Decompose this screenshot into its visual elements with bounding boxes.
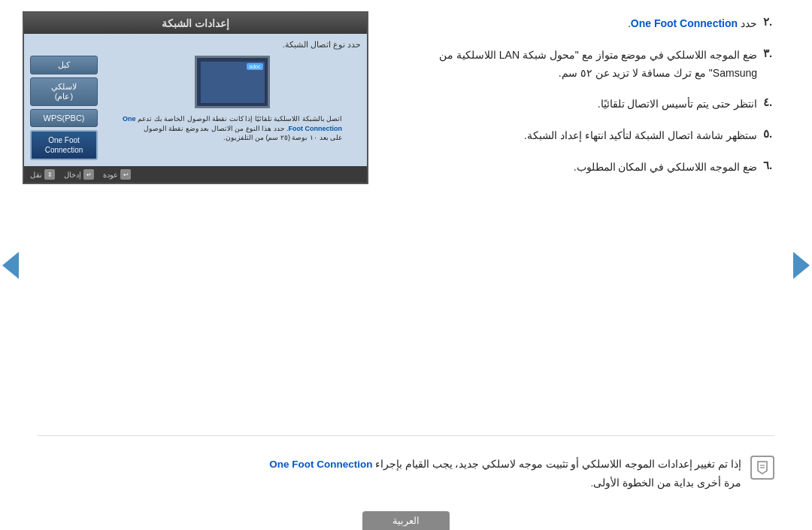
step-3-number: .٣: [763, 47, 782, 60]
tv-footer: ↩ عودة ↵ إدخال ⇕ نقل: [24, 166, 367, 183]
tv-screen-inner: adoc: [201, 62, 265, 103]
tv-btn-one-foot[interactable]: One FootConnection: [30, 130, 98, 160]
step-2-number: .٢: [763, 15, 782, 29]
note-text: إذا تم تغيير إعدادات الموجه اللاسلكي أو …: [269, 456, 741, 492]
step-4-text: انتظر حتى يتم تأسيس الاتصال تلقائيًا.: [598, 95, 757, 114]
tv-btn-wireless[interactable]: لاسلكي(عام): [30, 77, 98, 106]
right-arrow-icon: [793, 252, 810, 279]
step-3-text: ضع الموجه اللاسلكي في موضع متواز مع "محو…: [391, 47, 757, 83]
tv-btn-wps[interactable]: WPS(PBC): [30, 109, 98, 127]
instructions-panel: .٢ حدد One Foot Connection. .٣ ضع الموجه…: [391, 11, 789, 492]
step-4: .٤ انتظر حتى يتم تأسيس الاتصال تلقائيًا.: [391, 95, 782, 114]
divider: [38, 435, 774, 436]
tv-ui-header: إعدادات الشبكة: [24, 13, 367, 34]
left-arrow-icon: [2, 252, 19, 279]
wifi-badge: adoc: [247, 63, 262, 70]
step-2-before: حدد: [738, 17, 757, 29]
main-content: إعدادات الشبكة حدد نوع اتصال الشبكة. كبل…: [23, 11, 789, 492]
step-2-text: حدد One Foot Connection.: [628, 15, 757, 33]
move-label: نقل: [30, 171, 42, 179]
language-bar: العربية: [362, 511, 450, 530]
tv-ui-mockup: إعدادات الشبكة حدد نوع اتصال الشبكة. كبل…: [23, 11, 368, 184]
note-icon: [750, 456, 774, 480]
step-5-text: ستظهر شاشة اتصال الشبكة لتأكيد انتهاء إع…: [524, 127, 757, 145]
tv-ui-subtitle: حدد نوع اتصال الشبكة.: [30, 40, 361, 50]
note-section: إذا تم تغيير إعدادات الموجه اللاسلكي أو …: [60, 456, 774, 492]
tv-panel: إعدادات الشبكة حدد نوع اتصال الشبكة. كبل…: [23, 11, 376, 492]
step-6-number: .٦: [763, 159, 782, 172]
tv-footer-back: ↩ عودة: [103, 169, 131, 180]
tv-screen-mini: adoc: [195, 56, 270, 108]
note-text-before: إذا تم تغيير إعدادات الموجه اللاسلكي أو …: [372, 459, 741, 470]
desc-highlight-fc: Foot Connection: [289, 125, 343, 132]
note-highlight: One Foot Connection: [269, 459, 372, 470]
step-5: .٥ ستظهر شاشة اتصال الشبكة لتأكيد انتهاء…: [391, 127, 782, 145]
tv-footer-move: ⇕ نقل: [30, 169, 55, 180]
nav-prev-button[interactable]: [0, 247, 21, 284]
tv-footer-enter: ↵ إدخال: [64, 169, 94, 180]
tv-btn-cable[interactable]: كبل: [30, 56, 98, 74]
step-6-text: ضع الموجه اللاسلكي في المكان المطلوب.: [574, 159, 757, 177]
step-5-number: .٥: [763, 127, 782, 141]
tv-ui-body: حدد نوع اتصال الشبكة. كبل لاسلكي(عام) WP…: [24, 34, 367, 166]
desc-highlight-one: One: [123, 115, 136, 123]
note-symbol-icon: [755, 460, 770, 475]
step-2: .٢ حدد One Foot Connection.: [391, 15, 782, 33]
enter-label: إدخال: [64, 171, 81, 179]
tv-desc-text: اتصل بالشبكة اللاسلكية تلقائيًا إذا كانت…: [123, 114, 342, 143]
tv-ui-inner: كبل لاسلكي(عام) WPS(PBC) One FootConnect…: [30, 56, 361, 160]
back-icon: ↩: [120, 169, 131, 180]
tv-right-area: adoc اتصل بالشبكة اللاسلكية تلقائيًا إذا…: [104, 56, 361, 160]
tv-buttons-panel: كبل لاسلكي(عام) WPS(PBC) One FootConnect…: [30, 56, 98, 160]
nav-next-button[interactable]: [791, 247, 812, 284]
step-6: .٦ ضع الموجه اللاسلكي في المكان المطلوب.: [391, 159, 782, 177]
move-icon: ⇕: [44, 169, 55, 180]
step-4-number: .٤: [763, 95, 782, 109]
note-text-after: مرة أخرى بداية من الخطوة الأولى.: [590, 477, 741, 489]
step-2-highlight: One Foot Connection: [631, 17, 738, 29]
enter-icon: ↵: [83, 169, 94, 180]
back-label: عودة: [103, 171, 118, 179]
step-3: .٣ ضع الموجه اللاسلكي في موضع متواز مع "…: [391, 47, 782, 83]
